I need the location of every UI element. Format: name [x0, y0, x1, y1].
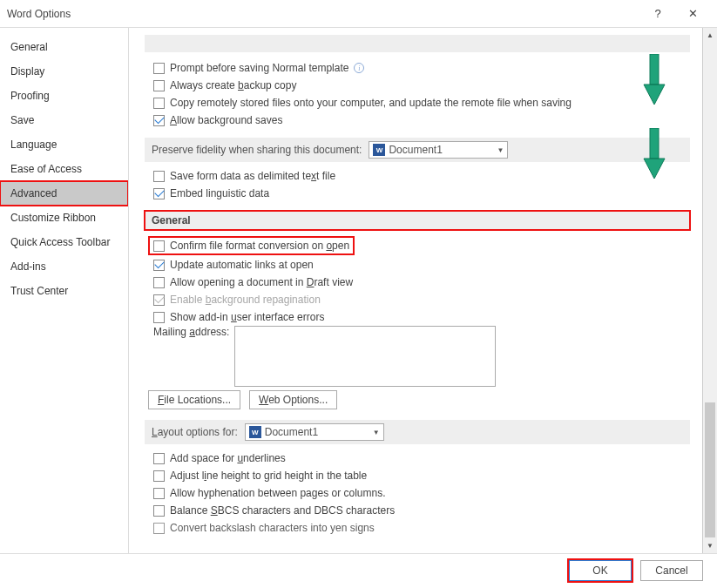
- label: Allow hyphenation between pages or colum…: [170, 487, 386, 499]
- checkbox-icon[interactable]: [153, 312, 165, 323]
- label: Show add-in user interface errors: [170, 311, 324, 323]
- section-label: General: [152, 214, 191, 226]
- label: Allow opening a document in Draft view: [170, 276, 353, 288]
- section-label: Layout options for:: [152, 426, 238, 438]
- label: Enable background repagination: [170, 294, 321, 306]
- checkbox-icon[interactable]: [153, 171, 165, 182]
- opt-sbcs[interactable]: Balance SBCS characters and DBCS charact…: [145, 502, 690, 519]
- help-icon: ?: [654, 7, 660, 20]
- sidebar-item-trust-center[interactable]: Trust Center: [0, 279, 128, 303]
- mailing-address-row: Mailing address:: [145, 326, 690, 387]
- opt-update-links[interactable]: Update automatic links at open: [145, 256, 690, 274]
- vertical-scrollbar[interactable]: ▲ ▼: [702, 28, 717, 553]
- ok-button[interactable]: OK: [569, 560, 632, 581]
- svg-marker-5: [644, 159, 665, 179]
- opt-confirm-conv[interactable]: Confirm file format conversion on open: [145, 235, 690, 256]
- checkbox-icon[interactable]: [153, 188, 165, 199]
- window-title: Word Options: [7, 8, 640, 20]
- opt-bg-saves[interactable]: Allow background saves: [145, 112, 690, 129]
- checkbox-icon[interactable]: [153, 80, 165, 91]
- cancel-button[interactable]: Cancel: [640, 560, 703, 581]
- help-button[interactable]: ?: [640, 0, 675, 28]
- label: Add space for underlines: [170, 452, 286, 464]
- sidebar-item-customize-ribbon[interactable]: Customize Ribbon: [0, 206, 128, 230]
- checkbox-icon[interactable]: [153, 260, 165, 271]
- checkbox-icon[interactable]: [153, 63, 165, 74]
- opt-prompt-normal[interactable]: Prompt before saving Normal template i: [145, 59, 690, 77]
- doc-select-fidelity[interactable]: W Document1 ▼: [369, 141, 508, 159]
- sidebar-item-quick-access-toolbar[interactable]: Quick Access Toolbar: [0, 230, 128, 254]
- content: Prompt before saving Normal template i A…: [129, 28, 702, 553]
- doc-name: Document1: [265, 426, 318, 438]
- opt-bg-repag: Enable background repagination: [145, 291, 690, 308]
- scroll-down-button[interactable]: ▼: [703, 538, 717, 553]
- annotation-arrow-1: [641, 54, 667, 106]
- sidebar: General Display Proofing Save Language E…: [0, 28, 129, 553]
- checkbox-icon[interactable]: [153, 98, 165, 109]
- label: Balance SBCS characters and DBCS charact…: [170, 504, 395, 517]
- close-icon: ✕: [688, 7, 698, 20]
- section-label: Preserve fidelity when sharing this docu…: [152, 144, 362, 156]
- opt-save-form[interactable]: Save form data as delimited text file: [145, 167, 690, 185]
- chevron-down-icon: ▼: [497, 146, 504, 154]
- checkbox-icon: [153, 294, 165, 306]
- label: Convert backslash characters into yen si…: [170, 522, 375, 534]
- opt-grid-height[interactable]: Adjust line height to grid height in the…: [145, 467, 690, 484]
- doc-name: Document1: [389, 144, 442, 156]
- web-options-button[interactable]: Web Options...: [249, 390, 337, 409]
- highlight-confirm-conv: Confirm file format conversion on open: [150, 238, 353, 253]
- checkbox-icon[interactable]: [153, 115, 165, 126]
- sidebar-item-display[interactable]: Display: [0, 59, 128, 84]
- sidebar-item-ease-of-access[interactable]: Ease of Access: [0, 157, 128, 181]
- content-wrap: Prompt before saving Normal template i A…: [129, 28, 717, 553]
- word-file-icon: W: [373, 144, 385, 156]
- label: Prompt before saving Normal template: [170, 62, 348, 74]
- checkbox-icon[interactable]: [153, 453, 165, 464]
- word-file-icon: W: [249, 426, 261, 438]
- annotation-arrow-2: [641, 128, 667, 180]
- opt-embed-ling[interactable]: Embed linguistic data: [145, 185, 690, 202]
- checkbox-icon[interactable]: [153, 505, 165, 517]
- opt-hyphenation[interactable]: Allow hyphenation between pages or colum…: [145, 484, 690, 502]
- checkbox-icon[interactable]: [153, 488, 165, 499]
- sidebar-item-advanced[interactable]: Advanced: [0, 181, 128, 206]
- close-button[interactable]: ✕: [675, 0, 710, 28]
- opt-draft-view[interactable]: Allow opening a document in Draft view: [145, 274, 690, 291]
- label: Adjust line height to grid height in the…: [170, 470, 367, 482]
- doc-select-layout[interactable]: W Document1 ▼: [245, 423, 384, 441]
- checkbox-icon[interactable]: [153, 470, 165, 482]
- opt-backup[interactable]: Always create backup copy: [145, 77, 690, 94]
- sidebar-item-proofing[interactable]: Proofing: [0, 84, 128, 108]
- titlebar: Word Options ? ✕: [0, 0, 717, 28]
- label: Update automatic links at open: [170, 259, 314, 271]
- section-divider-top: [145, 35, 690, 52]
- sidebar-item-save[interactable]: Save: [0, 108, 128, 132]
- opt-yen[interactable]: Convert backslash characters into yen si…: [145, 519, 690, 537]
- label: Allow background saves: [170, 114, 282, 126]
- label: Copy remotely stored files onto your com…: [170, 97, 572, 109]
- file-locations-button[interactable]: File Locations...: [148, 390, 240, 409]
- label: Always create backup copy: [170, 79, 296, 91]
- scroll-thumb[interactable]: [705, 402, 715, 537]
- sidebar-item-language[interactable]: Language: [0, 132, 128, 157]
- opt-copy-remote[interactable]: Copy remotely stored files onto your com…: [145, 94, 690, 112]
- section-layout: Layout options for: W Document1 ▼: [145, 420, 690, 444]
- sidebar-item-addins[interactable]: Add-ins: [0, 254, 128, 279]
- opt-underlines[interactable]: Add space for underlines: [145, 449, 690, 467]
- svg-rect-4: [650, 128, 659, 159]
- dialog-footer: OK Cancel: [0, 554, 717, 587]
- scroll-up-button[interactable]: ▲: [703, 28, 717, 43]
- label: Embed linguistic data: [170, 187, 269, 199]
- label: Confirm file format conversion on open: [170, 240, 349, 252]
- sidebar-item-general[interactable]: General: [0, 35, 128, 59]
- section-general: General: [145, 211, 690, 230]
- checkbox-icon[interactable]: [153, 240, 165, 252]
- opt-addin-errors[interactable]: Show add-in user interface errors: [145, 308, 690, 326]
- checkbox-icon[interactable]: [153, 523, 165, 534]
- label: Save form data as delimited text file: [170, 170, 335, 182]
- mailing-label: Mailing address:: [153, 326, 229, 338]
- info-icon[interactable]: i: [354, 63, 364, 73]
- mailing-address-input[interactable]: [234, 326, 496, 387]
- checkbox-icon[interactable]: [153, 277, 165, 288]
- svg-marker-1: [644, 84, 665, 105]
